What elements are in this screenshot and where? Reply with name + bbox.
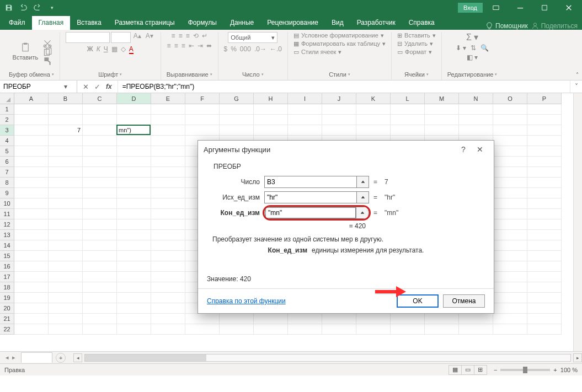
cell[interactable] [49,104,83,115]
cell[interactable]: mn") [117,125,151,136]
cell[interactable]: 7 [49,125,83,136]
cell[interactable] [14,115,49,125]
cell[interactable] [14,198,49,209]
select-all-corner[interactable] [0,93,14,104]
cell[interactable] [220,104,254,115]
cell[interactable] [151,219,185,230]
cell[interactable] [117,115,151,125]
tab-разметка страницы[interactable]: Разметка страницы [108,16,181,30]
row-header[interactable]: 15 [0,251,14,261]
range-select-icon[interactable] [356,176,369,187]
tab-разработчик[interactable]: Разработчик [350,16,402,30]
cell[interactable] [117,261,151,272]
cell[interactable] [527,303,562,314]
cut-icon[interactable] [42,39,52,46]
cell[interactable] [527,293,562,303]
cell[interactable] [14,219,49,230]
cell[interactable] [117,293,151,303]
cell[interactable] [425,125,459,136]
cell[interactable] [185,115,220,125]
copy-icon[interactable] [42,47,52,55]
tab-формулы[interactable]: Формулы [181,16,223,30]
cell[interactable] [151,251,185,261]
cell[interactable] [151,188,185,198]
cell[interactable] [117,303,151,314]
cell[interactable] [117,104,151,115]
cell[interactable] [288,104,322,115]
font-family-select[interactable] [66,32,110,43]
horizontal-scrollbar[interactable] [84,353,571,362]
cell[interactable] [83,146,117,157]
cell[interactable] [117,272,151,282]
cell[interactable] [527,115,562,125]
conditional-formatting-button[interactable]: ▤Условное форматирование ▾ [293,32,384,39]
tab-главная[interactable]: Главная [32,16,71,30]
col-header[interactable]: K [356,93,391,104]
cell[interactable] [288,125,322,136]
cell[interactable] [493,125,527,136]
cell[interactable] [14,188,49,198]
cell[interactable] [117,282,151,293]
italic-icon[interactable]: К [97,45,100,54]
cell[interactable] [49,324,83,335]
col-header[interactable]: J [322,93,356,104]
cell[interactable] [14,157,49,167]
range-select-icon[interactable] [356,192,369,203]
format-as-table-button[interactable]: ▦Форматировать как таблицу ▾ [293,40,386,47]
col-header[interactable]: M [425,93,459,104]
cell[interactable] [117,219,151,230]
comma-icon[interactable]: 000 [240,45,251,53]
col-header[interactable]: E [151,93,185,104]
cell[interactable] [49,303,83,314]
tab-file[interactable]: Файл [2,16,32,30]
align-left-icon[interactable]: ≡ [167,42,171,50]
cell[interactable] [220,314,254,324]
cell[interactable] [83,167,117,178]
cell[interactable] [49,240,83,251]
cell[interactable] [322,324,356,335]
cell[interactable] [391,115,425,125]
cell[interactable] [14,282,49,293]
tab-данные[interactable]: Данные [223,16,260,30]
cell[interactable] [83,303,117,314]
cell[interactable] [493,104,527,115]
cell[interactable] [527,178,562,188]
row-header[interactable]: 11 [0,209,14,219]
cell[interactable] [322,115,356,125]
cell[interactable] [49,136,83,146]
cell[interactable] [527,240,562,251]
hscroll-left-icon[interactable]: ◂ [73,353,82,362]
cell[interactable] [288,314,322,324]
col-header[interactable]: O [493,93,527,104]
cell[interactable] [493,230,527,240]
cell[interactable] [117,188,151,198]
cell[interactable] [254,104,288,115]
autosum-icon[interactable]: Σ ▾ [466,32,478,42]
zoom-slider-track[interactable] [500,369,550,371]
cell[interactable] [356,115,391,125]
cell[interactable] [49,188,83,198]
cell[interactable] [493,198,527,209]
cell[interactable] [493,136,527,146]
cell[interactable] [49,219,83,230]
add-sheet-button[interactable]: + [56,353,66,363]
align-middle-icon[interactable]: ≡ [179,32,183,40]
login-button[interactable]: Вход [458,3,483,13]
cell[interactable] [185,104,220,115]
zoom-out-icon[interactable]: − [494,367,497,373]
cell[interactable] [49,198,83,209]
cell[interactable] [493,314,527,324]
align-bottom-icon[interactable]: ≡ [186,32,190,40]
cell[interactable] [151,146,185,157]
tab-вид[interactable]: Вид [325,16,350,30]
cell-styles-button[interactable]: ▭Стили ячеек ▾ [293,49,341,56]
cell[interactable] [527,261,562,272]
cell[interactable] [117,167,151,178]
cell[interactable] [356,324,391,335]
align-center-icon[interactable]: ≡ [174,42,178,50]
cell[interactable] [493,146,527,157]
col-header[interactable]: F [185,93,220,104]
cell[interactable] [49,209,83,219]
row-header[interactable]: 3 [0,125,14,136]
cell[interactable] [14,167,49,178]
